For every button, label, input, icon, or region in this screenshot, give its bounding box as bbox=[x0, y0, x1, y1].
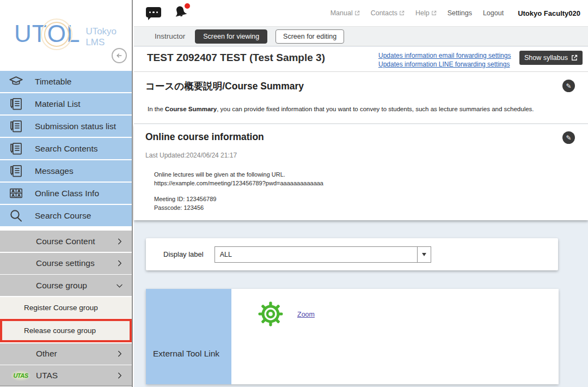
sidebar-item-timetable[interactable]: Timetable bbox=[0, 71, 132, 92]
course-title: TEST Z092407 TEST (Test Sample 3) bbox=[147, 52, 325, 64]
sidebar-subitem-register-course-group[interactable]: Register Course group bbox=[0, 297, 132, 318]
nav-help-link[interactable]: Help bbox=[415, 9, 437, 17]
external-tool-panel-label: External Tool Link bbox=[153, 349, 219, 359]
chevron-down-icon bbox=[115, 281, 124, 290]
passcode-text: Passcode: 123456 bbox=[154, 204, 204, 211]
notification-bell-icon[interactable] bbox=[173, 4, 189, 21]
zoom-tool-link[interactable]: Zoom bbox=[297, 311, 315, 318]
sidebar-group-other[interactable]: Other bbox=[0, 343, 132, 365]
course-summary-heading: コースの概要説明/Course Summary bbox=[145, 80, 304, 93]
graduation-cap-icon bbox=[9, 74, 23, 89]
online-info-line: Online lectures will be given at the fol… bbox=[154, 171, 285, 178]
nav-contacts-link[interactable]: Contacts bbox=[371, 9, 405, 17]
magnifier-icon bbox=[9, 208, 23, 223]
sidebar-item-submission-status-list[interactable]: Submission status list bbox=[0, 116, 132, 137]
show-syllabus-button[interactable]: Show syllabus bbox=[519, 51, 583, 65]
display-label-card: Display label ALL bbox=[146, 238, 558, 270]
sidebar-group-course-content[interactable]: Course Content bbox=[0, 231, 132, 252]
gear-icon bbox=[258, 301, 284, 327]
external-tool-row: External Tool Link bbox=[146, 289, 559, 384]
sidebar-collapse-button[interactable] bbox=[112, 48, 127, 63]
pencil-icon: ✎ bbox=[566, 82, 571, 90]
meeting-url-text: https://example.com/meeting/123456789?pw… bbox=[154, 180, 323, 186]
sidebar-item-online-class-info[interactable]: Online Class Info bbox=[0, 183, 132, 204]
chevron-right-icon bbox=[115, 259, 124, 268]
edit-summary-button[interactable]: ✎ bbox=[562, 80, 575, 92]
external-link-icon bbox=[354, 10, 360, 16]
external-tool-content: Zoom bbox=[231, 289, 559, 384]
utol-logo: UTOL UTokyo LMS bbox=[14, 22, 117, 47]
messages-bubble-icon[interactable] bbox=[146, 7, 161, 17]
logo-subtitle: UTokyo LMS bbox=[85, 26, 117, 47]
email-forwarding-settings-link[interactable]: Updates information email forwarding set… bbox=[378, 52, 511, 59]
course-summary-section: コースの概要説明/Course Summary In the Course Su… bbox=[134, 72, 588, 124]
main-area: Manual Contacts Help Settings Logout Uto… bbox=[134, 0, 588, 387]
sidebar: UTOL UTokyo LMS Timetable bbox=[0, 0, 133, 387]
nav-logout-link[interactable]: Logout bbox=[483, 9, 504, 17]
sidebar-item-search-course[interactable]: Search Course bbox=[0, 205, 132, 226]
class-grid-icon bbox=[9, 186, 23, 201]
nav-settings-link[interactable]: Settings bbox=[448, 9, 472, 17]
meeting-id-text: Meeting ID: 123456789 bbox=[154, 196, 216, 202]
clipboard-icon bbox=[9, 164, 23, 178]
select-dropdown-arrow[interactable] bbox=[417, 247, 431, 262]
chevron-right-icon bbox=[115, 237, 124, 246]
sidebar-group-course-group[interactable]: Course group bbox=[0, 275, 132, 296]
sidebar-item-messages[interactable]: Messages bbox=[0, 160, 132, 182]
top-nav: Manual Contacts Help Settings Logout Uto… bbox=[330, 0, 580, 26]
online-info-heading: Online course information bbox=[145, 131, 264, 143]
clipboard-icon bbox=[9, 141, 23, 156]
topbar: Manual Contacts Help Settings Logout Uto… bbox=[134, 0, 588, 26]
clipboard-icon bbox=[9, 119, 23, 134]
notification-badge bbox=[185, 3, 190, 9]
screen-for-viewing-button[interactable]: Screen for viewing bbox=[195, 29, 267, 44]
line-forwarding-settings-link[interactable]: Updates information LINE forwarding sett… bbox=[378, 61, 511, 68]
display-label-select[interactable]: ALL bbox=[215, 246, 431, 263]
logo-ring-decoration bbox=[44, 22, 69, 47]
role-label: Instructor bbox=[155, 32, 185, 40]
display-label-selected-value: ALL bbox=[220, 251, 232, 258]
external-link-icon bbox=[431, 10, 437, 16]
utas-logo-icon: UTAS bbox=[11, 370, 30, 381]
triangle-down-icon bbox=[422, 253, 426, 256]
sidebar-item-search-contents[interactable]: Search Contents bbox=[0, 138, 132, 159]
logo-area: UTOL UTokyo LMS bbox=[0, 0, 132, 71]
utol-logo-text: UTOL bbox=[14, 22, 80, 47]
chevron-right-icon bbox=[115, 371, 124, 380]
clipboard-icon bbox=[9, 96, 23, 111]
external-link-icon bbox=[399, 10, 405, 16]
arrow-left-icon bbox=[114, 51, 124, 61]
sidebar-item-material-list[interactable]: Material List bbox=[0, 93, 132, 114]
pencil-icon: ✎ bbox=[566, 134, 571, 142]
sidebar-group-utas[interactable]: UTAS UTAS bbox=[0, 365, 132, 386]
online-course-info-section: Online course information Last Updated:2… bbox=[134, 124, 588, 220]
last-updated-text: Last Updated:2024/06/24 21:17 bbox=[145, 152, 237, 159]
course-summary-description: In the Course Summary, you can provide f… bbox=[148, 106, 534, 112]
external-tool-panel: External Tool Link bbox=[146, 289, 231, 384]
forwarding-links: Updates information email forwarding set… bbox=[378, 52, 511, 68]
username: Utokyo Faculty020 bbox=[518, 9, 580, 17]
edit-online-info-button[interactable]: ✎ bbox=[562, 131, 575, 144]
sidebar-subitem-release-course-group[interactable]: Release course group bbox=[0, 319, 132, 342]
chevron-right-icon bbox=[115, 349, 124, 359]
screen-for-editing-button[interactable]: Screen for editing bbox=[275, 29, 344, 44]
sidebar-group-course-settings[interactable]: Course settings bbox=[0, 253, 132, 274]
view-mode-tabstrip: Instructor Screen for viewing Screen for… bbox=[134, 26, 588, 46]
nav-manual-link[interactable]: Manual bbox=[330, 9, 360, 17]
course-header: TEST Z092407 TEST (Test Sample 3) Update… bbox=[134, 47, 588, 72]
display-label-text: Display label bbox=[163, 250, 204, 258]
external-link-icon bbox=[571, 55, 578, 61]
